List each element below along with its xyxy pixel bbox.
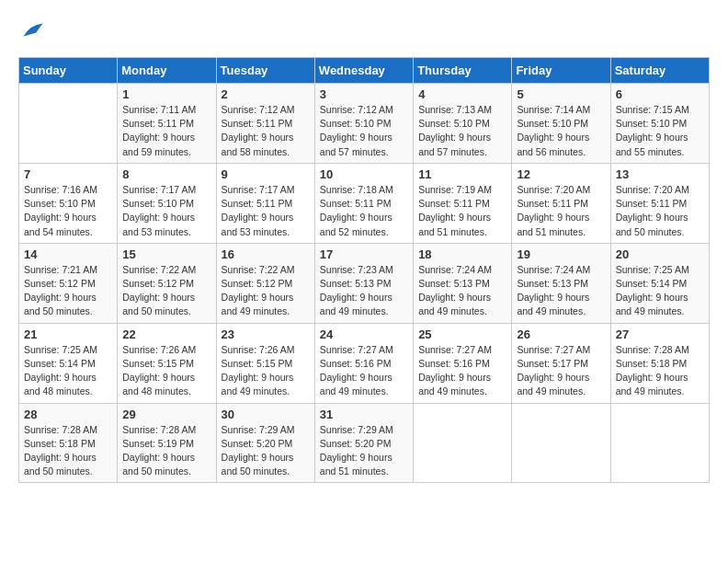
calendar-cell: 29Sunrise: 7:28 AMSunset: 5:19 PMDayligh… [118, 403, 216, 483]
day-number: 12 [517, 167, 605, 181]
calendar-cell: 10Sunrise: 7:18 AMSunset: 5:11 PMDayligh… [314, 163, 413, 243]
day-number: 20 [616, 247, 704, 261]
calendar-header: SundayMondayTuesdayWednesdayThursdayFrid… [19, 58, 710, 84]
calendar-cell: 6Sunrise: 7:15 AMSunset: 5:10 PMDaylight… [610, 84, 709, 164]
day-info: Sunrise: 7:11 AMSunset: 5:11 PMDaylight:… [122, 103, 210, 159]
day-info: Sunrise: 7:28 AMSunset: 5:18 PMDaylight:… [616, 343, 704, 399]
calendar-cell [414, 403, 512, 483]
day-number: 15 [122, 247, 210, 261]
day-info: Sunrise: 7:17 AMSunset: 5:11 PMDaylight:… [222, 183, 310, 239]
day-info: Sunrise: 7:16 AMSunset: 5:10 PMDaylight:… [24, 183, 112, 239]
weekday-header: Sunday [19, 58, 118, 84]
weekday-header: Friday [512, 58, 610, 84]
calendar-cell: 22Sunrise: 7:26 AMSunset: 5:15 PMDayligh… [118, 323, 216, 403]
calendar-cell: 24Sunrise: 7:27 AMSunset: 5:16 PMDayligh… [314, 323, 413, 403]
day-info: Sunrise: 7:14 AMSunset: 5:10 PMDaylight:… [517, 103, 605, 159]
day-info: Sunrise: 7:22 AMSunset: 5:12 PMDaylight:… [222, 263, 310, 319]
day-info: Sunrise: 7:15 AMSunset: 5:10 PMDaylight:… [616, 103, 704, 159]
day-number: 6 [616, 87, 704, 101]
day-number: 14 [24, 247, 112, 261]
day-info: Sunrise: 7:23 AMSunset: 5:13 PMDaylight:… [320, 263, 408, 319]
day-info: Sunrise: 7:28 AMSunset: 5:18 PMDaylight:… [24, 423, 112, 479]
day-info: Sunrise: 7:19 AMSunset: 5:11 PMDaylight:… [418, 183, 506, 239]
calendar-cell: 4Sunrise: 7:13 AMSunset: 5:10 PMDaylight… [414, 84, 512, 164]
calendar-cell: 20Sunrise: 7:25 AMSunset: 5:14 PMDayligh… [610, 243, 709, 323]
day-number: 25 [418, 327, 506, 341]
day-info: Sunrise: 7:18 AMSunset: 5:11 PMDaylight:… [320, 183, 408, 239]
day-number: 16 [222, 247, 310, 261]
day-number: 13 [616, 167, 704, 181]
calendar-cell: 7Sunrise: 7:16 AMSunset: 5:10 PMDaylight… [19, 163, 118, 243]
calendar-cell [512, 403, 610, 483]
logo [18, 18, 48, 48]
day-number: 1 [122, 87, 210, 101]
calendar-cell: 27Sunrise: 7:28 AMSunset: 5:18 PMDayligh… [610, 323, 709, 403]
day-info: Sunrise: 7:12 AMSunset: 5:10 PMDaylight:… [320, 103, 408, 159]
calendar-cell: 5Sunrise: 7:14 AMSunset: 5:10 PMDaylight… [512, 84, 610, 164]
calendar-cell: 11Sunrise: 7:19 AMSunset: 5:11 PMDayligh… [414, 163, 512, 243]
day-number: 22 [122, 327, 210, 341]
day-number: 2 [222, 87, 310, 101]
day-info: Sunrise: 7:27 AMSunset: 5:16 PMDaylight:… [418, 343, 506, 399]
calendar-cell: 19Sunrise: 7:24 AMSunset: 5:13 PMDayligh… [512, 243, 610, 323]
day-number: 5 [517, 87, 605, 101]
day-info: Sunrise: 7:26 AMSunset: 5:15 PMDaylight:… [122, 343, 210, 399]
day-info: Sunrise: 7:12 AMSunset: 5:11 PMDaylight:… [222, 103, 310, 159]
day-info: Sunrise: 7:28 AMSunset: 5:19 PMDaylight:… [122, 423, 210, 479]
calendar-cell: 18Sunrise: 7:24 AMSunset: 5:13 PMDayligh… [414, 243, 512, 323]
day-number: 28 [24, 408, 112, 421]
calendar-cell: 14Sunrise: 7:21 AMSunset: 5:12 PMDayligh… [19, 243, 118, 323]
day-info: Sunrise: 7:29 AMSunset: 5:20 PMDaylight:… [320, 423, 408, 479]
day-number: 7 [24, 167, 112, 181]
calendar-cell: 31Sunrise: 7:29 AMSunset: 5:20 PMDayligh… [314, 403, 413, 483]
day-info: Sunrise: 7:24 AMSunset: 5:13 PMDaylight:… [418, 263, 506, 319]
day-number: 3 [320, 87, 408, 101]
calendar-cell: 28Sunrise: 7:28 AMSunset: 5:18 PMDayligh… [19, 403, 118, 483]
day-number: 30 [222, 408, 310, 421]
page-header [18, 18, 710, 48]
day-info: Sunrise: 7:17 AMSunset: 5:10 PMDaylight:… [122, 183, 210, 239]
logo-icon [18, 18, 44, 48]
weekday-header: Saturday [610, 58, 709, 84]
calendar-cell: 15Sunrise: 7:22 AMSunset: 5:12 PMDayligh… [118, 243, 216, 323]
day-number: 19 [517, 247, 605, 261]
day-info: Sunrise: 7:29 AMSunset: 5:20 PMDaylight:… [222, 423, 310, 479]
weekday-header: Tuesday [216, 58, 314, 84]
calendar-cell: 3Sunrise: 7:12 AMSunset: 5:10 PMDaylight… [314, 84, 413, 164]
calendar-cell: 16Sunrise: 7:22 AMSunset: 5:12 PMDayligh… [216, 243, 314, 323]
calendar-cell: 17Sunrise: 7:23 AMSunset: 5:13 PMDayligh… [314, 243, 413, 323]
day-info: Sunrise: 7:20 AMSunset: 5:11 PMDaylight:… [517, 183, 605, 239]
calendar-cell: 30Sunrise: 7:29 AMSunset: 5:20 PMDayligh… [216, 403, 314, 483]
calendar-cell [19, 84, 118, 164]
calendar-cell: 9Sunrise: 7:17 AMSunset: 5:11 PMDaylight… [216, 163, 314, 243]
day-number: 27 [616, 327, 704, 341]
calendar-cell: 23Sunrise: 7:26 AMSunset: 5:15 PMDayligh… [216, 323, 314, 403]
day-info: Sunrise: 7:24 AMSunset: 5:13 PMDaylight:… [517, 263, 605, 319]
calendar-cell: 21Sunrise: 7:25 AMSunset: 5:14 PMDayligh… [19, 323, 118, 403]
day-number: 29 [122, 408, 210, 421]
calendar-cell: 8Sunrise: 7:17 AMSunset: 5:10 PMDaylight… [118, 163, 216, 243]
day-info: Sunrise: 7:22 AMSunset: 5:12 PMDaylight:… [122, 263, 210, 319]
day-number: 17 [320, 247, 408, 261]
day-number: 18 [418, 247, 506, 261]
day-number: 11 [418, 167, 506, 181]
day-number: 23 [222, 327, 310, 341]
calendar-cell: 26Sunrise: 7:27 AMSunset: 5:17 PMDayligh… [512, 323, 610, 403]
day-info: Sunrise: 7:25 AMSunset: 5:14 PMDaylight:… [24, 343, 112, 399]
calendar-cell: 2Sunrise: 7:12 AMSunset: 5:11 PMDaylight… [216, 84, 314, 164]
day-number: 26 [517, 327, 605, 341]
weekday-header: Wednesday [314, 58, 413, 84]
day-number: 31 [320, 408, 408, 421]
day-number: 10 [320, 167, 408, 181]
day-info: Sunrise: 7:27 AMSunset: 5:16 PMDaylight:… [320, 343, 408, 399]
calendar-cell [610, 403, 709, 483]
weekday-header: Monday [118, 58, 216, 84]
day-info: Sunrise: 7:27 AMSunset: 5:17 PMDaylight:… [517, 343, 605, 399]
day-info: Sunrise: 7:20 AMSunset: 5:11 PMDaylight:… [616, 183, 704, 239]
day-info: Sunrise: 7:13 AMSunset: 5:10 PMDaylight:… [418, 103, 506, 159]
day-number: 8 [122, 167, 210, 181]
day-number: 4 [418, 87, 506, 101]
day-number: 21 [24, 327, 112, 341]
day-info: Sunrise: 7:25 AMSunset: 5:14 PMDaylight:… [616, 263, 704, 319]
day-number: 24 [320, 327, 408, 341]
